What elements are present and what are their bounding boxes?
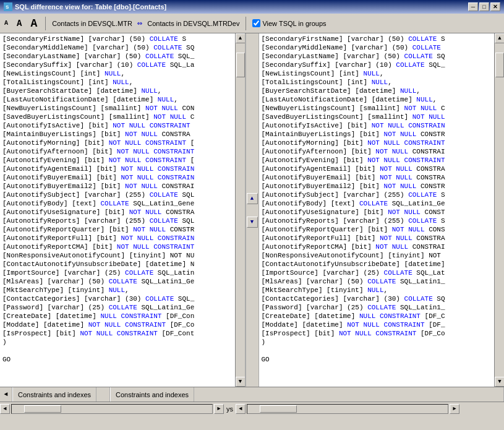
code-line: [AutonotifyEvening] [bit] NOT NULL CONST… [2,156,235,165]
right-scroll-down[interactable]: ▼ [495,377,504,387]
toolbar-separator-1 [45,17,46,30]
middle-gutter: ▲ ▼ [246,33,259,387]
right-hscrollbar[interactable] [247,404,448,414]
code-line: [BuyerSearchStartDate] [datetime] NULL, [262,87,495,95]
code-line: [Moddate] [datetime] NOT NULL CONSTRAINT… [262,320,495,329]
code-line: [ContactCategories] [varchar] (30) COLLA… [262,295,495,303]
close-button[interactable]: ✕ [490,2,500,11]
code-line: ) [2,338,235,346]
code-line: [AutonotifyBuyerEmail] [bit] NOT NULL CO… [262,173,495,182]
code-line: [AutonotifySubject] [varchar] (255) COLL… [2,191,235,199]
swap-arrow-icon[interactable]: ⇔ [137,18,142,28]
code-line: [AutonotifyBody] [text] COLLATE SQL_Lati… [262,199,495,208]
code-line: [NewBuyerListingsCount] [smallint] NOT N… [262,104,495,113]
code-line: [AutonotifyReportQuarter] [bit] NOT NULL… [262,225,495,234]
code-line: [MaintainBuyerListings] [bit] NOT NULL C… [262,130,495,139]
code-line: [AutonotifyReportCMA] [bit] NOT NULL CON… [2,243,235,251]
code-line: [Password] [varchar] (25) COLLATE SQL_La… [2,303,235,312]
toolbar-separator-2 [246,17,246,30]
left-scroll-thumb[interactable] [236,53,245,77]
main-content: [SecondaryFirstName] [varchar] (50) COLL… [0,33,504,387]
code-line: [ContactCategories] [varchar] (30) COLLA… [2,295,235,303]
code-line [262,346,495,355]
right-vscrollbar[interactable]: ▲ ▼ [494,33,504,387]
right-scroll-up[interactable]: ▲ [495,33,504,43]
code-line: [MktSearchType] [tinyint] NULL, [2,286,235,295]
code-line: [AutonotifyUseSignature] [bit] NOT NULL … [262,208,495,217]
toolbar: A A A Contacts in DEVSQL.MTR ⇔ Contacts … [0,14,504,33]
nav-down-arrow[interactable]: ▼ [247,217,258,228]
code-line: [SecondaryMiddleName] [varchar] (50) COL… [262,43,495,52]
left-bottom-tab[interactable]: Constraints and indexes [12,387,96,402]
code-line: [AutonotifySubject] [varchar] (255) COLL… [262,191,495,199]
code-line: [Password] [varchar] (25) COLLATE SQL_La… [262,303,495,312]
code-line: [MlsAreas] [varchar] (50) COLLATE SQL_La… [262,277,495,286]
right-code-view[interactable]: [SecondaryFirstName] [varchar] (50) COLL… [259,33,505,387]
code-line: [IsProspect] [bit] NOT NULL CONSTRAINT [… [2,329,235,338]
code-line: [AutonotifyMorning] [bit] NOT NULL CONST… [262,139,495,147]
left-vscrollbar[interactable]: ▲ ▼ [235,33,245,387]
left-code-view[interactable]: [SecondaryFirstName] [varchar] (50) COLL… [0,33,245,387]
code-line: ) [262,338,495,346]
left-hscrollbar[interactable] [11,404,213,414]
hscroll-left-btn[interactable]: ◄ [0,404,10,414]
code-line: [MaintainBuyerListings] [bit] NOT NULL C… [2,130,235,139]
code-line: GO [262,355,495,364]
right-scroll-thumb[interactable] [495,53,504,77]
code-line: [Moddate] [datetime] NOT NULL CONSTRAINT… [2,320,235,329]
code-line: [SecondarySuffix] [varchar] (10) COLLATE… [262,61,495,69]
right-bottom-tab[interactable]: Constraints and indexes [110,387,194,402]
code-line: [NewBuyerListingsCount] [smallint] NOT N… [2,104,235,113]
code-line: [ImportSource] [varchar] (25) COLLATE SQ… [262,269,495,277]
code-line: [LastAutoNotificationDate] [datetime] NU… [2,95,235,104]
left-scroll-down[interactable]: ▼ [236,377,246,387]
code-line: [AutonotifyIsActive] [bit] NOT NULL CONS… [2,121,235,130]
tab-scroll-left[interactable]: ◄ [0,387,12,402]
hscroll-right-btn2[interactable]: ► [450,404,459,414]
code-line [2,346,235,355]
ys-label: ys [224,405,236,413]
code-line: [SecondaryFirstName] [varchar] (50) COLL… [2,35,235,43]
font-large-button[interactable]: A [28,16,39,31]
code-line: [IsProspect] [bit] NOT NULL CONSTRAINT [… [262,329,495,338]
code-line: [TotalListingsCount] [int] NULL, [2,78,235,87]
hscroll-right-btn[interactable]: ► [214,404,224,414]
view-tsql-checkbox[interactable] [252,19,260,27]
code-line: [CreateDate] [datetime] NULL CONSTRAINT … [262,312,495,320]
code-line: [AutonotifyIsActive] [bit] NOT NULL CONS… [262,121,495,130]
app-icon: S [4,2,12,11]
code-line: [TotalListingsCount] [int] NULL, [262,78,495,87]
code-line: [AutonotifyBuyerEmail2] [bit] NOT NULL C… [2,182,235,191]
code-line: GO [2,355,235,364]
code-line: [ContactAutonotifyUnsubscribeDate] [date… [262,260,495,269]
code-line: [AutonotifyReportQuarter] [bit] NOT NULL… [2,225,235,234]
code-line: [AutonotifyReportCMA] [bit] NOT NULL CON… [262,243,495,251]
code-line: [NonResponsiveAutonotifyCount] [tinyint]… [262,251,495,260]
maximize-button[interactable]: □ [479,2,489,11]
code-line: [NewListingsCount] [int] NULL, [262,69,495,78]
left-panel-wrapper: [SecondaryFirstName] [varchar] (50) COLL… [0,33,246,387]
code-line: [AutonotifyReportFull] [bit] NOT NULL CO… [2,234,235,243]
font-medium-button[interactable]: A [15,17,23,30]
title-bar: S SQL difference view for: Table [dbo].[… [0,0,504,14]
right-panel-label: Contacts in DEVSQL.MTRDev [147,20,239,27]
code-line: [SecondaryLastName] [varchar] (50) COLLA… [262,52,495,61]
nav-up-arrow[interactable]: ▲ [247,193,258,204]
code-line: [MlsAreas] [varchar] (50) COLLATE SQL_La… [2,277,235,286]
code-line: [NonResponsiveAutonotifyCount] [tinyint]… [2,251,235,260]
bottom-status-bar: ◄ ► ys ◄ ► [0,402,504,415]
view-tsql-checkbox-area[interactable]: View TSQL in groups [252,19,326,27]
code-line: [CreateDate] [datetime] NULL CONSTRAINT … [2,312,235,320]
tab-spacer [194,387,504,402]
code-line: [AutonotifyReports] [varchar] (255) COLL… [2,217,235,225]
code-line: [AutonotifyMorning] [bit] NOT NULL CONST… [2,139,235,147]
left-scroll-up[interactable]: ▲ [236,33,246,43]
code-line: [MktSearchType] [tinyint] NULL, [262,286,495,295]
font-small-button[interactable]: A [2,19,10,28]
code-line: [ContactAutonotifyUnsubscribeDate] [date… [2,260,235,269]
minimize-button[interactable]: ─ [468,2,478,11]
hscroll-left-btn2[interactable]: ◄ [236,404,246,414]
window-title: SQL difference view for: Table [dbo].[Co… [15,3,166,11]
code-line: [AutonotifyAfternoon] [bit] NOT NULL CON… [2,147,235,156]
code-line: [SavedBuyerListingsCount] [smallint] NOT… [262,113,495,121]
